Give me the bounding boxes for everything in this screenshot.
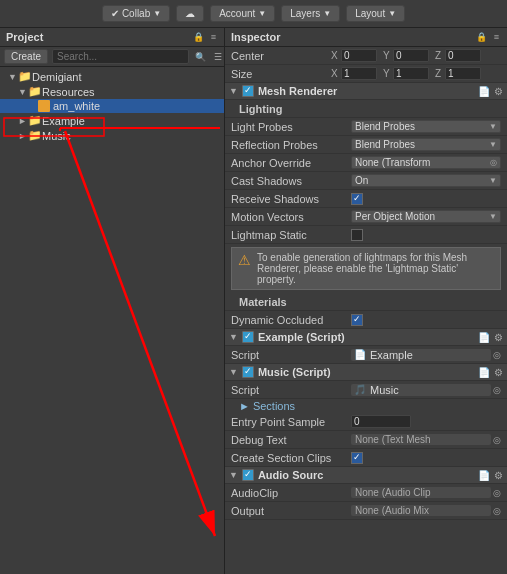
tree-label-resources: Resources bbox=[42, 86, 95, 98]
music-script-ref[interactable]: 🎵 Music bbox=[351, 384, 491, 396]
audio-source-gear-icon[interactable]: ⚙ bbox=[494, 470, 503, 481]
music-script-value: Music bbox=[370, 384, 399, 396]
size-y-input[interactable] bbox=[393, 67, 429, 80]
warning-icon: ⚠ bbox=[238, 252, 251, 268]
audio-source-foldout[interactable]: ▼ Audio Sourc 📄 ⚙ bbox=[225, 467, 507, 484]
light-probes-dropdown[interactable]: Blend Probes ▼ bbox=[351, 120, 501, 133]
project-panel-header: Project 🔒 ≡ bbox=[0, 28, 224, 47]
materials-header: Materials bbox=[225, 293, 507, 311]
main-layout: Project 🔒 ≡ Create 🔍 ☰ ▼ 📁 Demigiant bbox=[0, 28, 507, 574]
size-x-input[interactable] bbox=[341, 67, 377, 80]
tree-item-resources[interactable]: ▼ 📁 Resources bbox=[0, 84, 224, 99]
audio-source-checkbox[interactable] bbox=[242, 469, 254, 481]
music-script-ref-btn[interactable]: ◎ bbox=[493, 385, 501, 395]
music-script-arrow: ▼ bbox=[229, 367, 238, 377]
main-toolbar: ✔ Collab ▼ ☁ Account ▼ Layers ▼ Layout ▼ bbox=[0, 0, 507, 28]
folder-icon-demigiant: 📁 bbox=[18, 70, 32, 83]
cast-shadows-dropdown[interactable]: On ▼ bbox=[351, 174, 501, 187]
center-x-input[interactable] bbox=[341, 49, 377, 62]
inspector-panel: Inspector 🔒 ≡ Center X Y bbox=[225, 28, 507, 574]
light-probes-label: Light Probes bbox=[231, 121, 351, 133]
tree-arrow-resources: ▼ bbox=[18, 87, 28, 97]
size-label: Size bbox=[231, 68, 331, 80]
tree-label-example: Example bbox=[42, 115, 85, 127]
lightmap-warning: ⚠ To enable generation of lightmaps for … bbox=[231, 247, 501, 290]
inspector-lock-icon[interactable]: 🔒 bbox=[474, 32, 489, 42]
anchor-override-label: Anchor Override bbox=[231, 157, 351, 169]
dynamic-occluded-checkbox[interactable] bbox=[351, 314, 363, 326]
layers-button[interactable]: Layers ▼ bbox=[281, 5, 340, 22]
center-z-field: Z bbox=[435, 49, 481, 62]
project-search-input[interactable] bbox=[52, 49, 189, 64]
entry-point-input[interactable] bbox=[351, 415, 411, 428]
project-toolbar: Create 🔍 ☰ bbox=[0, 47, 224, 67]
center-label: Center bbox=[231, 50, 331, 62]
size-z-field: Z bbox=[435, 67, 481, 80]
music-script-checkbox[interactable] bbox=[242, 366, 254, 378]
anchor-override-field[interactable]: None (Transform ◎ bbox=[351, 156, 501, 169]
music-script-icon: 🎵 bbox=[354, 384, 366, 395]
tree-item-demigiant[interactable]: ▼ 📁 Demigiant bbox=[0, 69, 224, 84]
receive-shadows-checkbox[interactable] bbox=[351, 193, 363, 205]
output-row: Output None (Audio Mix ◎ bbox=[225, 502, 507, 520]
entry-point-row: Entry Point Sample bbox=[225, 413, 507, 431]
example-script-ref-btn[interactable]: ◎ bbox=[493, 350, 501, 360]
audioclip-label: AudioClip bbox=[231, 487, 351, 499]
sections-foldout[interactable]: ► Sections bbox=[225, 399, 507, 413]
collab-button[interactable]: ✔ Collab ▼ bbox=[102, 5, 170, 22]
motion-vectors-dropdown[interactable]: Per Object Motion ▼ bbox=[351, 210, 501, 223]
tree-item-music[interactable]: ► 📁 Music bbox=[0, 128, 224, 143]
reflection-probes-dropdown[interactable]: Blend Probes ▼ bbox=[351, 138, 501, 151]
mesh-renderer-arrow: ▼ bbox=[229, 86, 238, 96]
layout-button[interactable]: Layout ▼ bbox=[346, 5, 405, 22]
mesh-renderer-foldout[interactable]: ▼ Mesh Renderer 📄 ⚙ bbox=[225, 83, 507, 100]
audioclip-ref-btn[interactable]: ◎ bbox=[493, 488, 501, 498]
dynamic-occluded-label: Dynamic Occluded bbox=[231, 314, 351, 326]
center-z-input[interactable] bbox=[445, 49, 481, 62]
lightmap-static-checkbox[interactable] bbox=[351, 229, 363, 241]
center-row: Center X Y Z bbox=[225, 47, 507, 65]
create-section-checkbox[interactable] bbox=[351, 452, 363, 464]
size-xyz: X Y Z bbox=[331, 67, 501, 80]
audio-source-title: Audio Sourc bbox=[258, 469, 323, 481]
inspector-title: Inspector bbox=[231, 31, 281, 43]
example-script-foldout[interactable]: ▼ Example (Script) 📄 ⚙ bbox=[225, 329, 507, 346]
filter-icon[interactable]: ☰ bbox=[212, 52, 224, 62]
debug-text-row: Debug Text None (Text Mesh ◎ bbox=[225, 431, 507, 449]
cloud-button[interactable]: ☁ bbox=[176, 5, 204, 22]
example-script-gear-icon[interactable]: ⚙ bbox=[494, 332, 503, 343]
center-y-input[interactable] bbox=[393, 49, 429, 62]
music-script-title: Music (Script) bbox=[258, 366, 331, 378]
example-script-checkbox[interactable] bbox=[242, 331, 254, 343]
account-button[interactable]: Account ▼ bbox=[210, 5, 275, 22]
tree-label-am-white: am_white bbox=[53, 100, 100, 112]
sections-label: Sections bbox=[253, 400, 295, 412]
create-button[interactable]: Create bbox=[4, 49, 48, 64]
music-script-label: Script bbox=[231, 384, 351, 396]
panel-lock-icon[interactable]: 🔒 bbox=[191, 32, 206, 42]
music-script-gear-icon[interactable]: ⚙ bbox=[494, 367, 503, 378]
mesh-renderer-checkbox[interactable] bbox=[242, 85, 254, 97]
debug-text-ref-btn[interactable]: ◎ bbox=[493, 435, 501, 445]
search-icon[interactable]: 🔍 bbox=[193, 52, 208, 62]
tree-item-example[interactable]: ► 📁 Example bbox=[0, 113, 224, 128]
output-ref-btn[interactable]: ◎ bbox=[493, 506, 501, 516]
music-script-foldout[interactable]: ▼ Music (Script) 📄 ⚙ bbox=[225, 364, 507, 381]
tree-arrow-music: ► bbox=[18, 131, 28, 141]
size-z-input[interactable] bbox=[445, 67, 481, 80]
output-field: None (Audio Mix bbox=[351, 505, 491, 516]
music-script-doc-icon[interactable]: 📄 bbox=[478, 367, 490, 378]
tree-item-am-white[interactable]: am_white bbox=[0, 99, 224, 113]
folder-icon-resources: 📁 bbox=[28, 85, 42, 98]
example-script-ref[interactable]: 📄 Example bbox=[351, 349, 491, 361]
inspector-content: Center X Y Z bbox=[225, 47, 507, 574]
panel-menu-icon[interactable]: ≡ bbox=[209, 32, 218, 42]
reflection-probes-label: Reflection Probes bbox=[231, 139, 351, 151]
mesh-renderer-gear-icon[interactable]: ⚙ bbox=[494, 86, 503, 97]
mesh-renderer-doc-icon[interactable]: 📄 bbox=[478, 86, 490, 97]
inspector-menu-icon[interactable]: ≡ bbox=[492, 32, 501, 42]
asset-icon-am-white bbox=[38, 100, 50, 112]
example-script-doc-icon[interactable]: 📄 bbox=[478, 332, 490, 343]
center-xyz: X Y Z bbox=[331, 49, 501, 62]
audio-source-doc-icon[interactable]: 📄 bbox=[478, 470, 490, 481]
